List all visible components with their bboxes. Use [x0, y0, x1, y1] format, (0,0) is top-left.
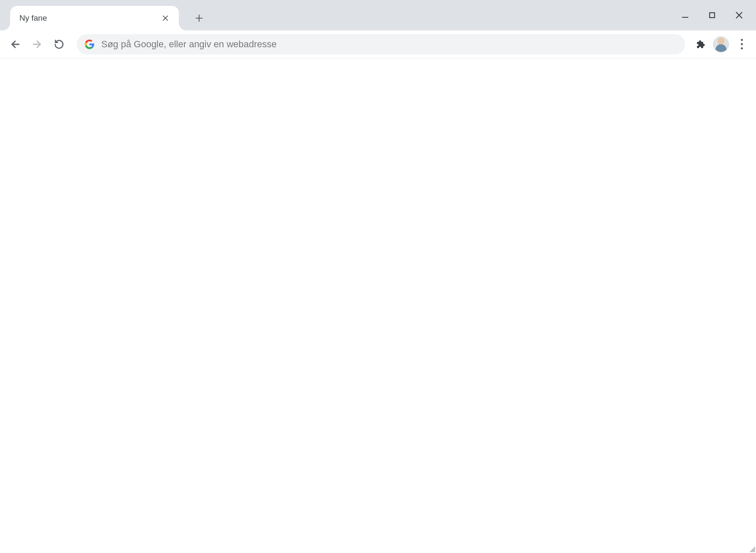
main-menu-button[interactable] — [732, 35, 751, 54]
toolbar — [0, 30, 756, 58]
profile-avatar-button[interactable] — [713, 36, 729, 52]
tab-active[interactable]: Ny fane — [10, 6, 179, 30]
close-icon — [162, 14, 169, 22]
nav-forward-button[interactable] — [27, 34, 47, 54]
omnibox[interactable] — [77, 34, 685, 54]
close-icon — [735, 11, 743, 19]
window-minimize-button[interactable] — [672, 3, 699, 27]
google-g-icon — [84, 39, 94, 49]
plus-icon — [194, 14, 204, 23]
arrow-right-icon — [32, 39, 43, 50]
tab-title: Ny fane — [19, 14, 156, 23]
window-maximize-button[interactable] — [699, 3, 726, 27]
nav-reload-button[interactable] — [49, 34, 69, 54]
extensions-button[interactable] — [691, 35, 710, 54]
kebab-menu-icon — [741, 39, 743, 49]
arrow-left-icon — [10, 39, 21, 50]
minimize-icon — [681, 11, 689, 19]
page-content — [0, 58, 756, 553]
tab-strip: Ny fane — [0, 0, 756, 30]
reload-icon — [54, 39, 65, 50]
address-search-input[interactable] — [101, 39, 678, 50]
window-controls — [672, 0, 753, 30]
nav-back-button[interactable] — [5, 34, 25, 54]
new-tab-button[interactable] — [190, 9, 208, 27]
resize-grip[interactable] — [749, 546, 755, 552]
svg-rect-5 — [710, 13, 715, 18]
tab-close-button[interactable] — [159, 12, 171, 24]
window-close-button[interactable] — [726, 3, 753, 27]
maximize-icon — [708, 11, 716, 19]
puzzle-piece-icon — [695, 39, 705, 49]
